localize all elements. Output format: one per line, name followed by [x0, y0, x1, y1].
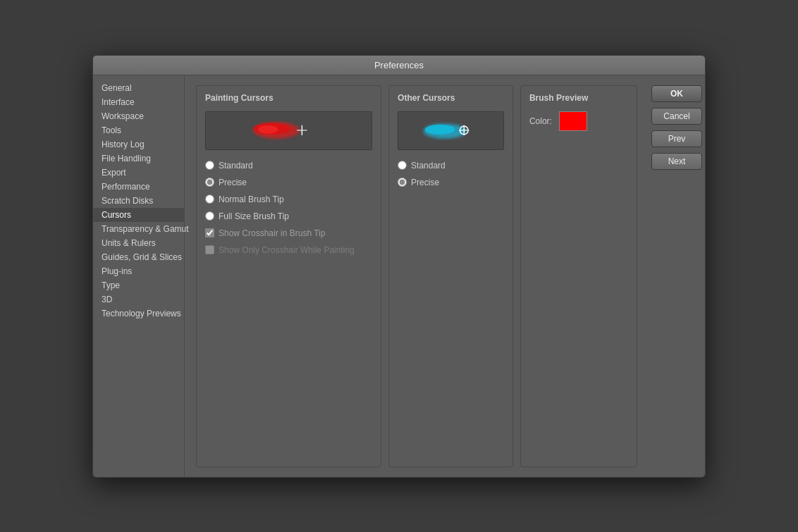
- other-standard-radio[interactable]: Standard: [398, 160, 504, 171]
- brush-preview-panel: Brush Preview Color:: [520, 85, 637, 467]
- show-crosshair-checkbox[interactable]: Show Crosshair in Brush Tip: [205, 228, 372, 239]
- painting-standard-radio[interactable]: Standard: [205, 160, 372, 171]
- show-only-crosshair-label: Show Only Crosshair While Painting: [219, 245, 355, 255]
- sidebar-item-performance[interactable]: Performance: [93, 180, 184, 194]
- sidebar-item-history-log[interactable]: History Log: [93, 137, 184, 151]
- other-cursor-preview: [398, 111, 504, 150]
- sidebar-item-export[interactable]: Export: [93, 166, 184, 180]
- painting-precise-label: Precise: [219, 178, 247, 187]
- painting-normal-brush-label: Normal Brush Tip: [219, 194, 284, 204]
- brush-color-row: Color:: [529, 111, 628, 131]
- ok-button[interactable]: OK: [651, 85, 702, 102]
- sidebar-item-tools[interactable]: Tools: [93, 123, 184, 137]
- main-content: Painting Cursors: [185, 75, 649, 477]
- svg-point-7: [425, 124, 455, 134]
- painting-normal-brush-radio[interactable]: Normal Brush Tip: [205, 194, 372, 205]
- sidebar-item-transparency--gamut[interactable]: Transparency & Gamut: [93, 222, 184, 236]
- panels-row: Painting Cursors: [196, 85, 637, 467]
- dialog-body: GeneralInterfaceWorkspaceToolsHistory Lo…: [93, 75, 705, 477]
- sidebar-item-workspace[interactable]: Workspace: [93, 109, 184, 123]
- prev-button[interactable]: Prev: [651, 130, 702, 147]
- other-standard-label: Standard: [411, 161, 446, 171]
- color-label: Color:: [529, 116, 552, 126]
- other-cursors-title: Other Cursors: [398, 93, 504, 103]
- sidebar-item-scratch-disks[interactable]: Scratch Disks: [93, 194, 184, 208]
- sidebar-item-file-handling[interactable]: File Handling: [93, 151, 184, 166]
- sidebar-item-general[interactable]: General: [93, 81, 184, 95]
- painting-standard-label: Standard: [219, 161, 253, 171]
- sidebar-item-3d[interactable]: 3D: [93, 292, 184, 307]
- painting-cursors-panel: Painting Cursors: [196, 85, 381, 467]
- painting-full-size-radio[interactable]: Full Size Brush Tip: [205, 211, 372, 222]
- svg-point-2: [258, 125, 278, 133]
- other-cursors-panel: Other Cursors: [388, 85, 513, 467]
- preferences-dialog: Preferences GeneralInterfaceWorkspaceToo…: [92, 55, 706, 478]
- buttons-column: OK Cancel Prev Next: [649, 75, 705, 477]
- next-button[interactable]: Next: [651, 153, 702, 170]
- painting-full-size-label: Full Size Brush Tip: [219, 211, 289, 221]
- sidebar-item-units--rulers[interactable]: Units & Rulers: [93, 236, 184, 250]
- other-precise-label: Precise: [411, 178, 439, 187]
- sidebar-item-interface[interactable]: Interface: [93, 95, 184, 109]
- dialog-title: Preferences: [93, 56, 705, 75]
- sidebar-item-guides-grid--slices[interactable]: Guides, Grid & Slices: [93, 250, 184, 264]
- brush-preview-title: Brush Preview: [529, 93, 628, 103]
- painting-precise-radio[interactable]: Precise: [205, 177, 372, 188]
- sidebar-item-cursors[interactable]: Cursors: [93, 208, 184, 222]
- painting-cursor-preview: [205, 111, 372, 150]
- brush-color-swatch[interactable]: [559, 111, 587, 131]
- painting-cursors-title: Painting Cursors: [205, 93, 372, 103]
- sidebar-item-technology-previews[interactable]: Technology Previews: [93, 307, 184, 321]
- sidebar: GeneralInterfaceWorkspaceToolsHistory Lo…: [93, 75, 185, 477]
- sidebar-item-plug-ins[interactable]: Plug-ins: [93, 264, 184, 278]
- sidebar-item-type[interactable]: Type: [93, 278, 184, 292]
- show-crosshair-label: Show Crosshair in Brush Tip: [219, 228, 325, 238]
- show-only-crosshair-checkbox[interactable]: Show Only Crosshair While Painting: [205, 245, 372, 256]
- other-precise-radio[interactable]: Precise: [398, 177, 504, 188]
- cancel-button[interactable]: Cancel: [651, 108, 702, 125]
